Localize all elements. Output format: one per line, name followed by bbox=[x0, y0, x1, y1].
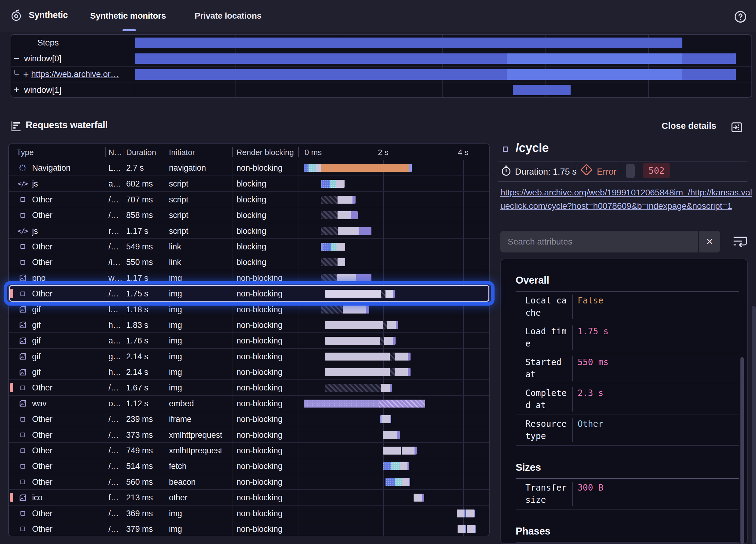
waterfall-row[interactable]: Other/…560 msbeaconnon-blocking bbox=[9, 474, 489, 489]
cell-render-blocking: non-blocking bbox=[236, 509, 283, 518]
waterfall-row[interactable]: </>jsr…1.17 sscriptblocking bbox=[9, 223, 489, 239]
duration-label: Duration: 1.75 s bbox=[515, 167, 577, 177]
waterfall-row[interactable]: pngw…1.17 simgnon-blocking bbox=[9, 270, 489, 285]
steps-row-label: +https://web.archive.or… bbox=[11, 67, 135, 82]
steps-row[interactable]: −window[0] bbox=[11, 51, 751, 67]
cell-render-blocking: non-blocking bbox=[236, 430, 283, 440]
waterfall-row[interactable]: Other/…858 msscriptblocking bbox=[9, 207, 489, 223]
navigation-spinner-icon bbox=[18, 163, 27, 173]
timeline-label-4s: 4 s bbox=[458, 148, 469, 157]
cell-name: h… bbox=[108, 367, 121, 377]
waterfall-row[interactable]: Other/…379 msimgnon-blocking bbox=[9, 521, 489, 536]
waterfall-row[interactable]: Other/…1.75 simgnon-blocking bbox=[9, 285, 489, 301]
step-timeline-bar bbox=[507, 53, 682, 64]
waterfall-row[interactable]: Other/…239 msiframenon-blocking bbox=[9, 411, 489, 426]
card-scrollbar[interactable] bbox=[740, 357, 744, 544]
waterfall-row[interactable]: wavo…1.12 sembednon-blocking bbox=[9, 395, 489, 411]
cell-initiator: img bbox=[169, 367, 182, 377]
waterfall-row[interactable]: NavigationL…2.7 snavigationnon-blocking bbox=[9, 160, 489, 176]
timing-segment-lav bbox=[382, 415, 390, 423]
attribute-row[interactable]: Completed at2.3 s bbox=[516, 384, 739, 415]
close-details-icon[interactable] bbox=[730, 121, 743, 134]
section-title: Phases bbox=[516, 525, 739, 542]
timing-segment-orange bbox=[321, 164, 409, 172]
waterfall-row[interactable]: Other/…749 msxmlhttprequestnon-blocking bbox=[9, 442, 489, 458]
image-file-icon bbox=[18, 273, 27, 283]
waterfall-row[interactable]: gifh…1.83 simgnon-blocking bbox=[9, 317, 489, 332]
expand-icon[interactable]: + bbox=[21, 69, 31, 80]
request-timing-bar bbox=[325, 337, 396, 345]
close-details-button[interactable]: Close details bbox=[662, 121, 716, 131]
waterfall-row[interactable]: gifa…1.76 simgnon-blocking bbox=[9, 332, 489, 348]
cell-type: gif bbox=[32, 352, 41, 361]
attribute-row[interactable]: Load time1.75 s bbox=[516, 322, 739, 353]
cell-duration: 550 ms bbox=[126, 258, 153, 267]
cell-type: wav bbox=[32, 399, 46, 408]
request-bullet-icon bbox=[503, 147, 508, 152]
timing-segment-lav bbox=[338, 211, 351, 219]
resource-box-icon bbox=[18, 477, 27, 487]
timing-segment-lav bbox=[466, 509, 474, 517]
image-file-icon bbox=[18, 305, 27, 314]
cell-initiator: img bbox=[169, 336, 182, 345]
waterfall-row[interactable]: icof…213 msothernon-blocking bbox=[9, 489, 489, 505]
waterfall-row[interactable]: </>jsa…602 msscriptblocking bbox=[9, 176, 489, 191]
waterfall-row[interactable]: Other/i…550 mslinkblocking bbox=[9, 254, 489, 270]
cell-render-blocking: non-blocking bbox=[236, 273, 283, 283]
expand-icon[interactable]: + bbox=[11, 84, 22, 96]
waterfall-row[interactable]: Other/…1.67 simgnon-blocking bbox=[9, 379, 489, 395]
waterfall-row[interactable]: Other/…373 msxmlhttprequestnon-blocking bbox=[9, 427, 489, 442]
attribute-row[interactable]: Transfer size300 B bbox=[516, 479, 739, 509]
attribute-row[interactable]: Resource typeOther bbox=[516, 415, 739, 446]
waterfall-row[interactable]: gifl…1.18 simgnon-blocking bbox=[9, 301, 489, 317]
help-icon[interactable] bbox=[733, 10, 747, 24]
steps-row[interactable]: +window[1] bbox=[11, 82, 751, 98]
cell-duration: 1.67 s bbox=[126, 383, 148, 392]
timing-segment-violet bbox=[390, 384, 392, 392]
attribute-key: Local cache bbox=[525, 294, 568, 319]
wrap-lines-icon[interactable] bbox=[732, 235, 748, 249]
step-url-link[interactable]: https://web.archive.or… bbox=[31, 69, 119, 79]
cell-duration: 373 ms bbox=[126, 430, 153, 440]
waterfall-row[interactable]: Other/…549 mslinkblocking bbox=[9, 239, 489, 254]
waterfall-row[interactable]: Other/…514 msfetchnon-blocking bbox=[9, 458, 489, 473]
waterfall-row[interactable]: Other/…707 msscriptblocking bbox=[9, 192, 489, 207]
timing-segment-wavB bbox=[379, 400, 425, 407]
attribute-row[interactable]: Started at550 ms bbox=[516, 353, 739, 384]
tab-synthetic-monitors[interactable]: Synthetic monitors bbox=[90, 11, 166, 21]
code-icon: </> bbox=[18, 227, 27, 236]
waterfall-row[interactable]: Other/…369 msimgnon-blocking bbox=[9, 505, 489, 521]
cell-duration: 602 ms bbox=[126, 179, 153, 189]
cell-name: /… bbox=[108, 524, 119, 534]
timing-segment-sliver bbox=[474, 509, 475, 517]
waterfall-row[interactable]: gifh…2.14 simgnon-blocking bbox=[9, 364, 489, 379]
steps-row-label: −window[0] bbox=[11, 51, 135, 67]
collapse-icon[interactable]: − bbox=[11, 53, 22, 64]
search-attributes-input[interactable] bbox=[500, 231, 698, 253]
page-scrollbar[interactable] bbox=[752, 306, 756, 544]
timing-segment-blue bbox=[383, 462, 391, 470]
robot-logo-icon bbox=[9, 8, 23, 22]
timing-segment-violet bbox=[397, 431, 400, 439]
attribute-row[interactable]: Local cacheFalse bbox=[516, 291, 739, 322]
cell-type: Navigation bbox=[32, 163, 71, 173]
timing-segment-violet bbox=[409, 478, 410, 486]
steps-row[interactable]: Steps bbox=[11, 35, 751, 51]
stopwatch-icon bbox=[500, 165, 512, 177]
attribute-row[interactable]: Application cache0 ms bbox=[516, 542, 739, 544]
synthetic-brand[interactable]: Synthetic bbox=[9, 8, 68, 22]
waterfall-row[interactable]: gifg…2.14 simgnon-blocking bbox=[9, 348, 489, 364]
timing-segment-teal bbox=[391, 462, 400, 470]
steps-gantt-panel: Steps−window[0]+https://web.archive.or…+… bbox=[11, 34, 751, 98]
timeline-label-0ms: 0 ms bbox=[305, 148, 322, 157]
cell-type: gif bbox=[32, 305, 41, 314]
cell-initiator: script bbox=[169, 211, 188, 220]
clear-search-button[interactable]: ✕ bbox=[698, 231, 720, 253]
active-tab-underline bbox=[122, 29, 136, 31]
request-timing-bar bbox=[325, 368, 411, 376]
request-timing-bar bbox=[383, 447, 417, 454]
steps-row[interactable]: +https://web.archive.or… bbox=[11, 66, 751, 82]
request-url-link[interactable]: https://web.archive.org/web/199910120658… bbox=[500, 186, 756, 213]
cell-type: Other bbox=[32, 242, 53, 252]
tab-private-locations[interactable]: Private locations bbox=[195, 11, 261, 21]
